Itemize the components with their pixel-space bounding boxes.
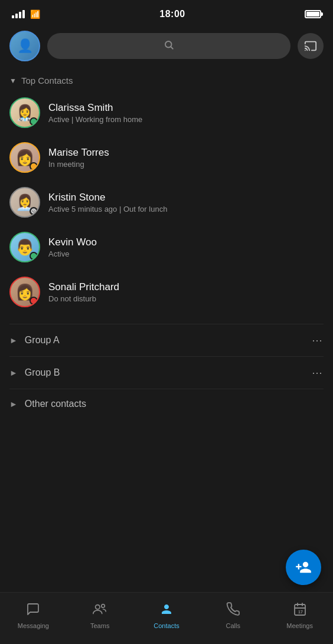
contact-name: Clarissa Smith [48,102,324,114]
contact-info: Sonali Pritchard Do not disturb [48,281,324,303]
status-badge [30,297,38,305]
add-contact-button[interactable] [286,550,321,585]
status-bar: 📶 18:00 [0,0,333,26]
nav-teams-label: Teams [90,622,109,629]
battery-icon [305,10,321,18]
status-badge [30,117,38,126]
top-contacts-label: Top Contacts [21,75,73,86]
nav-calls[interactable]: Calls [200,597,266,634]
nav-messaging[interactable]: Messaging [0,597,67,634]
list-item[interactable]: 👨 Kevin Woo Active [9,225,324,270]
contact-name: Sonali Pritchard [48,281,324,293]
status-badge [30,207,38,215]
contact-status: In meeting [48,160,324,169]
status-badge [30,252,38,260]
contact-name: Kristin Stone [48,192,324,203]
meetings-icon: 17 [293,602,307,620]
group-more-icon[interactable]: ⋯ [312,366,324,379]
contacts-icon [159,602,174,620]
list-item[interactable]: 👩‍⚕️ Clarissa Smith Active | Working fro… [9,90,324,135]
search-bar[interactable] [47,33,290,59]
contact-info: Kristin Stone Active 5 minitus ago | Out… [48,192,324,213]
list-item[interactable]: 👩 Sonali Pritchard Do not disturb [9,270,324,314]
calls-icon [226,602,240,620]
nav-meetings-label: Meetings [286,622,313,629]
group-a-item[interactable]: ► Group A ⋯ [0,324,333,356]
status-time: 18:00 [159,9,185,19]
nav-teams[interactable]: Teams [67,597,133,634]
signal-icon [12,10,25,18]
nav-contacts[interactable]: Contacts [133,597,200,634]
list-item[interactable]: 👩 Marise Torres In meeting [9,135,324,180]
teams-icon [92,602,107,620]
contact-info: Kevin Woo Active [48,236,324,258]
chevron-right-icon: ► [9,399,18,409]
chevron-right-icon: ► [9,368,18,377]
avatar: 👩‍⚕️ [9,97,40,128]
self-avatar[interactable]: 👤 [9,31,40,61]
avatar: 👩 [9,142,40,173]
contact-status: Active [48,249,324,258]
svg-rect-3 [31,169,33,173]
contact-status: Active 5 minitus ago | Out for lunch [48,205,324,213]
group-b-label: Group B [25,367,312,378]
nav-contacts-label: Contacts [154,622,179,629]
svg-point-6 [96,604,100,609]
group-b-item[interactable]: ► Group B ⋯ [0,357,333,389]
svg-marker-4 [34,169,36,173]
status-badge [30,162,38,170]
list-item[interactable]: 👩‍💼 Kristin Stone Active 5 minitus ago |… [9,180,324,225]
avatar: 👩‍💼 [9,187,40,218]
svg-line-1 [171,47,172,48]
contact-status: Active | Working from home [48,115,324,124]
cast-button[interactable] [298,33,324,59]
avatar: 👨 [9,232,40,262]
chevron-down-icon: ▼ [9,77,17,85]
nav-messaging-label: Messaging [18,622,49,629]
avatar: 👩 [9,277,40,307]
bottom-nav: Messaging Teams Contacts Calls [0,592,333,644]
search-icon [164,40,174,53]
contact-name: Kevin Woo [48,236,324,248]
other-contacts-label: Other contacts [25,399,324,409]
svg-point-7 [102,604,105,607]
cast-icon [304,40,317,52]
chat-icon [26,602,40,620]
contact-info: Clarissa Smith Active | Working from hom… [48,102,324,124]
top-contacts-header[interactable]: ▼ Top Contacts [0,66,333,90]
contact-list: 👩‍⚕️ Clarissa Smith Active | Working fro… [0,90,333,314]
add-contact-icon [295,559,312,576]
contact-info: Marise Torres In meeting [48,147,324,169]
nav-meetings[interactable]: 17 Meetings [266,597,333,634]
group-a-label: Group A [25,335,312,346]
groups-section: ► Group A ⋯ ► Group B ⋯ ► Other contacts [0,324,333,419]
status-left: 📶 [12,9,40,19]
chevron-right-icon: ► [9,336,18,345]
svg-text:17: 17 [298,610,303,614]
contact-name: Marise Torres [48,147,324,159]
group-more-icon[interactable]: ⋯ [312,334,324,347]
other-contacts-item[interactable]: ► Other contacts [0,389,333,419]
header: 👤 [0,26,333,66]
wifi-icon: 📶 [30,9,40,19]
contact-status: Do not disturb [48,294,324,303]
nav-calls-label: Calls [226,622,240,629]
